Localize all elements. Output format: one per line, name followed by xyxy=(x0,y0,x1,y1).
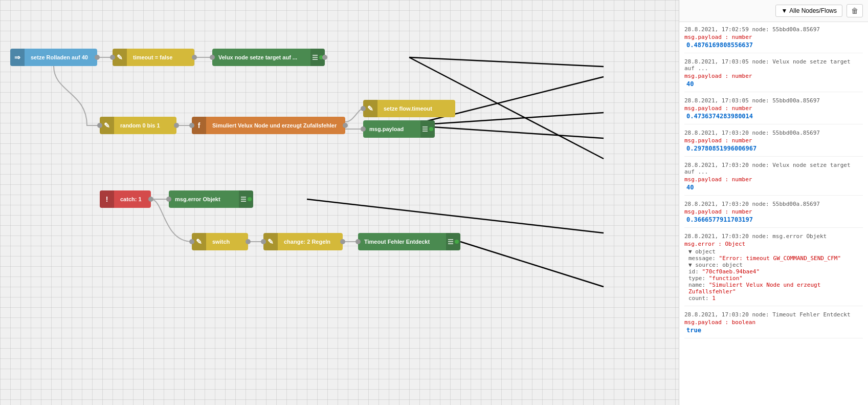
log-entry: 28.8.2021, 17:02:59 node: 55bbd00a.85697… xyxy=(684,26,863,53)
log-timestamp: 28.8.2021, 17:03:20 node: 55bbd00a.85697 xyxy=(684,201,863,207)
svg-line-5 xyxy=(307,199,604,233)
node-velux-node[interactable]: Velux node setze target auf ... xyxy=(212,49,325,66)
canvas: ⇒setze Rolladen auf 40✎timeout = falseVe… xyxy=(0,0,679,405)
log-tree: ▼ object message: "Error: timeout GW_COM… xyxy=(684,248,863,302)
status-circle xyxy=(429,127,433,131)
log-label: msg.error : Object xyxy=(684,241,863,247)
node-label: msg.error Objekt xyxy=(169,196,239,202)
port-left[interactable] xyxy=(355,239,361,244)
node-btn-right[interactable] xyxy=(420,120,435,138)
port-right[interactable] xyxy=(192,55,197,60)
node-catch-1[interactable]: !catch: 1 xyxy=(100,190,151,208)
delete-button[interactable]: 🗑 xyxy=(847,4,863,17)
node-label: Timeout Fehler Entdeckt xyxy=(358,239,446,245)
log-timestamp: 28.8.2021, 17:03:20 node: Velux node set… xyxy=(684,162,863,175)
log-entry: 28.8.2021, 17:03:20 node: 55bbd00a.85697… xyxy=(684,201,863,228)
trash-icon: 🗑 xyxy=(851,7,858,15)
node-timeout-fehler-entdeckt[interactable]: Timeout Fehler Entdeckt xyxy=(358,233,460,250)
log-value: 0.4736374283980014 xyxy=(684,113,863,120)
port-right[interactable] xyxy=(246,239,251,244)
log-entry: 28.8.2021, 17:03:20 node: msg.error Obje… xyxy=(684,233,863,306)
log-timestamp: 28.8.2021, 17:03:05 node: 55bbd00a.85697 xyxy=(684,97,863,104)
status-circle xyxy=(248,197,252,201)
tree-row: count: 1 xyxy=(688,295,863,302)
tree-row: type: "function" xyxy=(688,275,863,282)
node-simuliert-velux[interactable]: fSimuliert Velux Node und erzeugt Zufall… xyxy=(192,117,345,134)
port-left[interactable] xyxy=(261,239,266,244)
log-timestamp: 28.8.2021, 17:03:20 node: msg.error Obje… xyxy=(684,233,863,240)
menu-lines-icon xyxy=(422,126,428,132)
node-msg-payload[interactable]: msg.payload xyxy=(363,120,435,138)
filter-label: Alle Nodes/Flows xyxy=(789,7,837,14)
port-left[interactable] xyxy=(361,126,366,132)
node-label: setze flow.timeout xyxy=(377,105,455,112)
port-right[interactable] xyxy=(322,55,327,60)
log-label: msg.payload : number xyxy=(684,73,863,79)
log-entry: 28.8.2021, 17:03:20 node: Velux node set… xyxy=(684,162,863,196)
log-label: msg.payload : number xyxy=(684,208,863,215)
port-left[interactable] xyxy=(189,239,194,244)
node-label: msg.payload xyxy=(363,126,420,132)
log-label: msg.payload : number xyxy=(684,34,863,40)
port-right[interactable] xyxy=(343,123,348,128)
node-label: catch: 1 xyxy=(114,196,151,202)
port-right[interactable] xyxy=(174,123,179,128)
node-switch[interactable]: ✎switch xyxy=(192,233,248,250)
log-value: 0.4876169808556637 xyxy=(684,41,863,49)
log-value: true xyxy=(684,327,863,334)
tree-row: name: "Simuliert Velux Node und erzeugt … xyxy=(688,282,863,295)
node-btn-right[interactable] xyxy=(446,233,460,250)
port-left[interactable] xyxy=(189,123,194,128)
node-random-0-bis-1[interactable]: ✎random 0 bis 1 xyxy=(100,117,176,134)
log-value: 0.29780851996006967 xyxy=(684,145,863,152)
tree-row: ▼ source: object xyxy=(688,262,863,268)
port-left[interactable] xyxy=(166,197,171,202)
port-right[interactable] xyxy=(340,239,345,244)
log-entry: 28.8.2021, 17:03:20 node: Timeout Fehler… xyxy=(684,311,863,338)
node-label: random 0 bis 1 xyxy=(114,122,176,129)
menu-lines-icon xyxy=(241,197,246,202)
svg-line-6 xyxy=(460,242,604,287)
node-label: Velux node setze target auf ... xyxy=(212,54,310,60)
svg-line-4 xyxy=(409,125,604,138)
node-timeout-false[interactable]: ✎timeout = false xyxy=(113,49,194,66)
status-circle xyxy=(455,240,459,244)
node-msg-error-objekt[interactable]: msg.error Objekt xyxy=(169,190,253,208)
tree-row: ▼ object xyxy=(688,248,863,255)
log-value: 40 xyxy=(684,80,863,88)
node-setze-flow-timeout[interactable]: ✎setze flow.timeout xyxy=(363,100,455,117)
node-label: setze Rolladen auf 40 xyxy=(25,54,97,60)
menu-lines-icon xyxy=(448,239,453,244)
filter-icon: ▼ xyxy=(781,7,787,14)
node-icon: ⇒ xyxy=(10,49,25,66)
port-left[interactable] xyxy=(210,55,215,60)
port-right[interactable] xyxy=(148,197,153,202)
log-value: 40 xyxy=(684,184,863,191)
log-entry: 28.8.2021, 17:03:05 node: Velux node set… xyxy=(684,58,863,92)
log-label: msg.payload : number xyxy=(684,176,863,183)
log-timestamp: 28.8.2021, 17:03:20 node: Timeout Fehler… xyxy=(684,311,863,318)
log-content[interactable]: 28.8.2021, 17:02:59 node: 55bbd00a.85697… xyxy=(679,22,868,405)
port-left[interactable] xyxy=(97,123,102,128)
log-label: msg.payload : number xyxy=(684,105,863,112)
port-left[interactable] xyxy=(110,55,115,60)
svg-line-0 xyxy=(409,57,604,67)
panel-header: ▼ Alle Nodes/Flows 🗑 xyxy=(679,0,868,22)
port-left[interactable] xyxy=(361,106,366,111)
node-change-2-regeln[interactable]: ✎change: 2 Regeln xyxy=(263,233,343,250)
node-setze-rolladen[interactable]: ⇒setze Rolladen auf 40 xyxy=(10,49,97,66)
port-right[interactable] xyxy=(95,55,100,60)
node-label: switch xyxy=(206,239,248,245)
node-label: change: 2 Regeln xyxy=(278,239,343,245)
tree-row: message: "Error: timeout GW_COMMAND_SEND… xyxy=(688,255,863,262)
log-label: msg.payload : number xyxy=(684,137,863,144)
node-btn-right[interactable] xyxy=(239,190,253,208)
node-icon: ! xyxy=(100,190,114,208)
menu-lines-icon xyxy=(313,55,318,60)
log-entry: 28.8.2021, 17:03:05 node: 55bbd00a.85697… xyxy=(684,97,863,124)
right-panel: ▼ Alle Nodes/Flows 🗑 28.8.2021, 17:02:59… xyxy=(679,0,868,405)
log-value: 0.3666577911703197 xyxy=(684,216,863,223)
node-label: Simuliert Velux Node und erzeugt Zufalls… xyxy=(206,122,345,129)
filter-button[interactable]: ▼ Alle Nodes/Flows xyxy=(775,5,842,17)
log-entry: 28.8.2021, 17:03:20 node: 55bbd00a.85697… xyxy=(684,130,863,157)
